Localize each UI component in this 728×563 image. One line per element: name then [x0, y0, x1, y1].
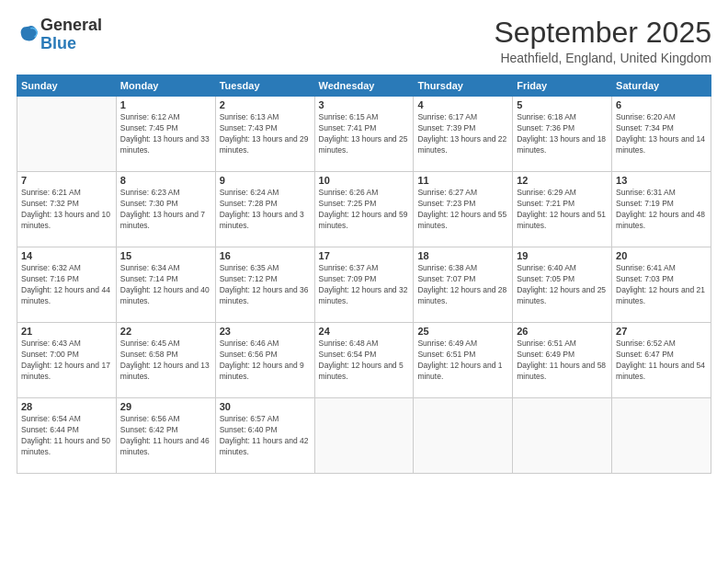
day-info: Sunrise: 6:37 AMSunset: 7:09 PMDaylight:… [319, 263, 410, 307]
logo-blue: Blue [40, 34, 76, 52]
day-number: 5 [517, 99, 608, 110]
logo-text: General Blue [40, 17, 102, 53]
day-cell: 8Sunrise: 6:23 AMSunset: 7:30 PMDaylight… [116, 172, 215, 247]
day-cell: 24Sunrise: 6:48 AMSunset: 6:54 PMDayligh… [314, 323, 414, 398]
week-row-0: 1Sunrise: 6:12 AMSunset: 7:45 PMDaylight… [17, 97, 711, 172]
day-number: 20 [616, 250, 707, 261]
day-info: Sunrise: 6:26 AMSunset: 7:25 PMDaylight:… [319, 188, 410, 232]
day-number: 7 [21, 175, 112, 186]
day-number: 9 [220, 175, 311, 186]
day-cell [314, 398, 414, 474]
day-number: 10 [319, 175, 410, 186]
day-number: 19 [517, 250, 608, 261]
day-info: Sunrise: 6:38 AMSunset: 7:07 PMDaylight:… [417, 263, 508, 307]
day-info: Sunrise: 6:29 AMSunset: 7:21 PMDaylight:… [517, 188, 608, 232]
day-cell: 20Sunrise: 6:41 AMSunset: 7:03 PMDayligh… [612, 247, 711, 323]
day-cell: 30Sunrise: 6:57 AMSunset: 6:40 PMDayligh… [215, 398, 314, 474]
day-info: Sunrise: 6:41 AMSunset: 7:03 PMDaylight:… [616, 263, 707, 307]
header: General Blue September 2025 Heathfield, … [17, 17, 711, 65]
day-cell: 18Sunrise: 6:38 AMSunset: 7:07 PMDayligh… [414, 247, 513, 323]
day-info: Sunrise: 6:48 AMSunset: 6:54 PMDaylight:… [319, 339, 410, 383]
col-sunday: Sunday [17, 75, 117, 97]
week-row-4: 28Sunrise: 6:54 AMSunset: 6:44 PMDayligh… [17, 398, 711, 474]
week-row-3: 21Sunrise: 6:43 AMSunset: 7:00 PMDayligh… [17, 323, 711, 398]
day-cell [513, 398, 612, 474]
day-cell: 12Sunrise: 6:29 AMSunset: 7:21 PMDayligh… [513, 172, 612, 247]
day-info: Sunrise: 6:52 AMSunset: 6:47 PMDaylight:… [616, 339, 707, 383]
day-info: Sunrise: 6:54 AMSunset: 6:44 PMDaylight:… [21, 414, 112, 458]
day-number: 11 [417, 175, 508, 186]
col-saturday: Saturday [612, 75, 711, 97]
day-info: Sunrise: 6:32 AMSunset: 7:16 PMDaylight:… [21, 263, 112, 307]
day-number: 25 [417, 326, 508, 337]
day-cell: 29Sunrise: 6:56 AMSunset: 6:42 PMDayligh… [116, 398, 215, 474]
day-cell: 5Sunrise: 6:18 AMSunset: 7:36 PMDaylight… [513, 97, 612, 172]
day-info: Sunrise: 6:27 AMSunset: 7:23 PMDaylight:… [417, 188, 508, 232]
logo: General Blue [17, 17, 102, 53]
day-number: 14 [21, 250, 112, 261]
day-number: 2 [220, 99, 311, 110]
day-cell: 21Sunrise: 6:43 AMSunset: 7:00 PMDayligh… [17, 323, 117, 398]
col-monday: Monday [116, 75, 215, 97]
day-number: 29 [120, 401, 211, 412]
day-info: Sunrise: 6:40 AMSunset: 7:05 PMDaylight:… [517, 263, 608, 307]
location: Heathfield, England, United Kingdom [494, 51, 711, 65]
day-cell [414, 398, 513, 474]
day-cell: 6Sunrise: 6:20 AMSunset: 7:34 PMDaylight… [612, 97, 711, 172]
day-info: Sunrise: 6:34 AMSunset: 7:14 PMDaylight:… [120, 263, 211, 307]
day-info: Sunrise: 6:49 AMSunset: 6:51 PMDaylight:… [417, 339, 508, 383]
day-number: 13 [616, 175, 707, 186]
day-info: Sunrise: 6:23 AMSunset: 7:30 PMDaylight:… [120, 188, 211, 232]
day-number: 3 [319, 99, 410, 110]
day-number: 8 [120, 175, 211, 186]
day-info: Sunrise: 6:18 AMSunset: 7:36 PMDaylight:… [517, 112, 608, 156]
day-info: Sunrise: 6:45 AMSunset: 6:58 PMDaylight:… [120, 339, 211, 383]
logo-icon [18, 23, 39, 43]
day-cell: 17Sunrise: 6:37 AMSunset: 7:09 PMDayligh… [314, 247, 414, 323]
day-cell: 14Sunrise: 6:32 AMSunset: 7:16 PMDayligh… [17, 247, 117, 323]
col-tuesday: Tuesday [215, 75, 314, 97]
day-number: 26 [517, 326, 608, 337]
day-info: Sunrise: 6:24 AMSunset: 7:28 PMDaylight:… [220, 188, 311, 232]
day-number: 12 [517, 175, 608, 186]
day-info: Sunrise: 6:43 AMSunset: 7:00 PMDaylight:… [21, 339, 112, 383]
day-number: 4 [417, 99, 508, 110]
logo-general: General [40, 16, 102, 34]
day-cell: 1Sunrise: 6:12 AMSunset: 7:45 PMDaylight… [116, 97, 215, 172]
day-info: Sunrise: 6:15 AMSunset: 7:41 PMDaylight:… [319, 112, 410, 156]
col-thursday: Thursday [414, 75, 513, 97]
day-cell: 28Sunrise: 6:54 AMSunset: 6:44 PMDayligh… [17, 398, 117, 474]
day-info: Sunrise: 6:46 AMSunset: 6:56 PMDaylight:… [220, 339, 311, 383]
day-number: 21 [21, 326, 112, 337]
week-row-2: 14Sunrise: 6:32 AMSunset: 7:16 PMDayligh… [17, 247, 711, 323]
day-info: Sunrise: 6:17 AMSunset: 7:39 PMDaylight:… [417, 112, 508, 156]
header-row: Sunday Monday Tuesday Wednesday Thursday… [17, 75, 711, 97]
title-block: September 2025 Heathfield, England, Unit… [494, 17, 711, 65]
day-cell: 3Sunrise: 6:15 AMSunset: 7:41 PMDaylight… [314, 97, 414, 172]
week-row-1: 7Sunrise: 6:21 AMSunset: 7:32 PMDaylight… [17, 172, 711, 247]
day-cell: 27Sunrise: 6:52 AMSunset: 6:47 PMDayligh… [612, 323, 711, 398]
day-cell: 2Sunrise: 6:13 AMSunset: 7:43 PMDaylight… [215, 97, 314, 172]
day-cell: 4Sunrise: 6:17 AMSunset: 7:39 PMDaylight… [414, 97, 513, 172]
day-info: Sunrise: 6:20 AMSunset: 7:34 PMDaylight:… [616, 112, 707, 156]
day-cell: 19Sunrise: 6:40 AMSunset: 7:05 PMDayligh… [513, 247, 612, 323]
day-cell: 22Sunrise: 6:45 AMSunset: 6:58 PMDayligh… [116, 323, 215, 398]
day-number: 24 [319, 326, 410, 337]
day-info: Sunrise: 6:21 AMSunset: 7:32 PMDaylight:… [21, 188, 112, 232]
day-info: Sunrise: 6:13 AMSunset: 7:43 PMDaylight:… [220, 112, 311, 156]
day-cell [17, 97, 117, 172]
day-cell: 25Sunrise: 6:49 AMSunset: 6:51 PMDayligh… [414, 323, 513, 398]
day-number: 15 [120, 250, 211, 261]
day-cell: 23Sunrise: 6:46 AMSunset: 6:56 PMDayligh… [215, 323, 314, 398]
month-title: September 2025 [494, 17, 711, 49]
day-cell: 11Sunrise: 6:27 AMSunset: 7:23 PMDayligh… [414, 172, 513, 247]
day-number: 6 [616, 99, 707, 110]
day-cell: 13Sunrise: 6:31 AMSunset: 7:19 PMDayligh… [612, 172, 711, 247]
day-cell: 7Sunrise: 6:21 AMSunset: 7:32 PMDaylight… [17, 172, 117, 247]
day-number: 23 [220, 326, 311, 337]
calendar-page: General Blue September 2025 Heathfield, … [0, 0, 728, 563]
day-number: 30 [220, 401, 311, 412]
day-cell: 10Sunrise: 6:26 AMSunset: 7:25 PMDayligh… [314, 172, 414, 247]
day-number: 16 [220, 250, 311, 261]
day-info: Sunrise: 6:31 AMSunset: 7:19 PMDaylight:… [616, 188, 707, 232]
